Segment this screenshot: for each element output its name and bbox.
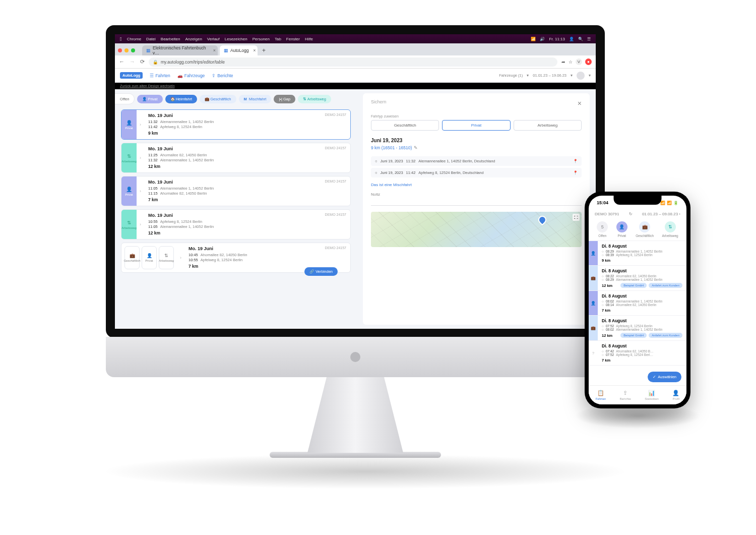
assign-privat[interactable]: 👤Privat xyxy=(142,246,157,269)
imac-chin xyxy=(106,337,605,377)
address-bar[interactable]: 🔒 my.autologg.com/trips/editor/table xyxy=(149,57,557,67)
back-icon[interactable]: ← xyxy=(119,58,124,65)
verbinden-button[interactable]: 🔗Verbinden xyxy=(304,267,338,276)
date-range[interactable]: 01.01.23 – 19.06.23 xyxy=(533,73,566,78)
filter-heimfahrt[interactable]: 🏠 Heimfahrt xyxy=(165,95,198,103)
assign-arbeitsweg[interactable]: ⇅Arbeitsweg xyxy=(159,246,174,269)
expand-icon[interactable]: ⛶ xyxy=(573,214,580,221)
trip-detail-panel: Sichern × Fahrtyp zuweisen Geschäftlich … xyxy=(363,93,590,325)
type-geschaeftlich[interactable]: Geschäftlich xyxy=(371,120,439,131)
type-arbeitsweg[interactable]: Arbeitsweg xyxy=(514,120,582,131)
chevron-right-icon: › xyxy=(137,110,144,139)
tab-title: Elektronisches Fahrtenbuch v… xyxy=(153,45,209,55)
forward-icon[interactable]: → xyxy=(130,58,135,65)
menu-item[interactable]: Datei xyxy=(146,37,156,41)
menu-item[interactable]: Tab xyxy=(275,37,281,41)
nav-fahrten[interactable]: ☰ Fahrten xyxy=(150,73,170,78)
detail-column: Sichern × Fahrtyp zuweisen Geschäftlich … xyxy=(357,89,596,329)
nav-berichte[interactable]: ⇪ Berichte xyxy=(212,73,233,78)
trip-card[interactable]: ⇅Arbeitsweg›Mo. 19 JuniDEMO 2415711:25Ah… xyxy=(121,143,351,173)
phone-trip-card[interactable]: 💼Di. 8 August○08:22Ahornallee 82, 14050 … xyxy=(589,266,686,291)
sync-icon[interactable]: ↻ xyxy=(629,212,633,216)
filter-offen[interactable]: 5Offen xyxy=(106,93,135,104)
phone-filter-privat[interactable]: 👤Privat xyxy=(616,221,627,237)
trip-card[interactable]: ⇅Arbeitsweg›Mo. 19 JuniDEMO 2415710:55Ap… xyxy=(121,209,351,240)
phone-category-badge: 👤 xyxy=(589,291,598,315)
share-icon[interactable]: ➦ xyxy=(561,60,565,65)
filter-arbeitsweg[interactable]: ⇅ Arbeitsweg xyxy=(298,95,331,103)
trip-map[interactable]: ⛶ xyxy=(371,212,582,247)
profile-avatar[interactable]: V xyxy=(576,58,582,65)
close-icon[interactable]: × xyxy=(253,48,256,53)
close-icon[interactable]: × xyxy=(213,48,216,53)
menu-app[interactable]: Chrome xyxy=(127,37,141,41)
app-logo[interactable]: AutoLogg xyxy=(120,72,143,79)
trip-tag: Anfahrt zum Kunden xyxy=(649,333,682,338)
new-tab-button[interactable]: + xyxy=(260,46,268,54)
camera-icon xyxy=(353,28,357,32)
mischfahrt-link[interactable]: Das ist eine Mischfahrt xyxy=(371,183,582,187)
vehicle-selector[interactable]: Fahrzeuge (1) xyxy=(499,73,523,78)
phone-trip-card[interactable]: ?Di. 8 August○07:42Ahornallee 82, 14050 … xyxy=(589,341,686,366)
search-icon[interactable]: 🔍 xyxy=(578,37,583,41)
phone-filter-arbeitsweg[interactable]: ⇅Arbeitsweg xyxy=(662,221,678,237)
menu-item[interactable]: Fenster xyxy=(286,37,300,41)
trip-category-badge: 👤Privat xyxy=(121,176,137,206)
star-icon[interactable]: ☆ xyxy=(569,60,573,65)
user-avatar[interactable] xyxy=(577,72,585,80)
type-privat[interactable]: Privat xyxy=(442,120,510,131)
browser-tab[interactable]: ▦ Elektronisches Fahrtenbuch v… × xyxy=(142,45,218,55)
nav-fahrzeuge[interactable]: 🚗 Fahrzeuge xyxy=(177,73,205,78)
phone-date-range[interactable]: 01.01.23 – 09.08.23 xyxy=(642,212,678,216)
filter-geschäftlich[interactable]: 💼 Geschäftlich xyxy=(200,95,236,103)
phone-tab-berichte[interactable]: ⇪Berichte xyxy=(620,390,631,400)
phone-screen: 15:04 📶 📶 🔋 DEMO 30791 ↻ 01.01.23 – 09.0… xyxy=(589,196,686,404)
filter-bar: 📖 Alle Fahrten5Offen👤 Privat🏠 Heimfahrt💼… xyxy=(106,93,351,104)
pin-icon[interactable]: 📍 xyxy=(573,159,578,163)
phone-filter-offen[interactable]: 5Offen xyxy=(597,221,608,237)
phone-trip-card[interactable]: 💼Di. 8 August○07:52Apfelweg 8, 12524 Ber… xyxy=(589,316,686,341)
wifi-icon[interactable]: 📶 xyxy=(531,37,536,41)
map-pin-icon xyxy=(537,214,548,226)
edit-icon[interactable]: ✎ xyxy=(414,145,418,150)
phone-category-badge: 👤 xyxy=(589,241,598,265)
user-icon[interactable]: 👤 xyxy=(569,37,574,41)
window-controls[interactable] xyxy=(118,48,135,55)
phone-tabbar: 📋Fahrten⇪Berichte📊Statistiken👤Profil xyxy=(589,385,686,404)
assign-geschäftlich[interactable]: 💼Geschäftlich xyxy=(124,246,140,269)
trip-card[interactable]: 👤Privat›Mo. 19 JuniDEMO 2415711:05Aleman… xyxy=(121,176,351,206)
filter-gap[interactable]: |•| Gap xyxy=(274,95,295,103)
menu-item[interactable]: Bearbeiten xyxy=(161,37,180,41)
trip-tag: Anfahrt zum Kunden xyxy=(649,283,682,288)
detail-distance[interactable]: 9 km (16501 - 16510)✎ xyxy=(371,145,582,150)
phone-tab-statistiken[interactable]: 📊Statistiken xyxy=(645,390,659,400)
browser-toolbar: ← → ⟳ 🔒 my.autologg.com/trips/editor/tab… xyxy=(115,55,596,69)
phone-trip-card[interactable]: 👤Di. 8 August○08:29Alemannenallee 1, 140… xyxy=(589,241,686,266)
select-fab[interactable]: ✓ Auswählen xyxy=(648,372,681,382)
old-design-link[interactable]: Zurück zum alten Design wechseln xyxy=(115,83,596,89)
menu-item[interactable]: Hilfe xyxy=(305,37,313,41)
menu-item[interactable]: Anzeigen xyxy=(185,37,202,41)
notch xyxy=(614,196,662,205)
menu-icon[interactable]: ☰ xyxy=(587,37,591,41)
filter-privat[interactable]: 👤 Privat xyxy=(137,95,162,103)
notiz-input[interactable] xyxy=(371,199,582,206)
phone-tab-profil[interactable]: 👤Profil xyxy=(672,390,679,400)
save-button[interactable]: Sichern xyxy=(371,99,387,107)
extension-icon[interactable]: ● xyxy=(585,58,592,65)
phone-tab-fahrten[interactable]: 📋Fahrten xyxy=(596,390,606,400)
volume-icon[interactable]: 🔊 xyxy=(540,37,545,41)
pin-icon[interactable]: 📍 xyxy=(573,170,578,175)
browser-tab-active[interactable]: ▦ AutoLogg × xyxy=(220,45,258,55)
close-icon[interactable]: × xyxy=(578,99,582,107)
filter-mischfahrt[interactable]: M Mischfahrt xyxy=(239,95,272,103)
phone-trip-list[interactable]: 👤Di. 8 August○08:29Alemannenallee 1, 140… xyxy=(589,241,686,386)
apple-logo-icon:  xyxy=(120,36,122,42)
trip-card[interactable]: 👤Privat›Mo. 19 JuniDEMO 2415711:32Aleman… xyxy=(121,109,351,140)
menu-item[interactable]: Personen xyxy=(253,37,270,41)
phone-filter-geschäftlich[interactable]: 💼Geschäftlich xyxy=(636,221,654,237)
reload-icon[interactable]: ⟳ xyxy=(140,58,145,65)
phone-trip-card[interactable]: 👤Di. 8 August○08:02Alemannenallee 1, 140… xyxy=(589,291,686,316)
menu-item[interactable]: Verlauf xyxy=(207,37,220,41)
menu-item[interactable]: Lesezeichen xyxy=(225,37,247,41)
